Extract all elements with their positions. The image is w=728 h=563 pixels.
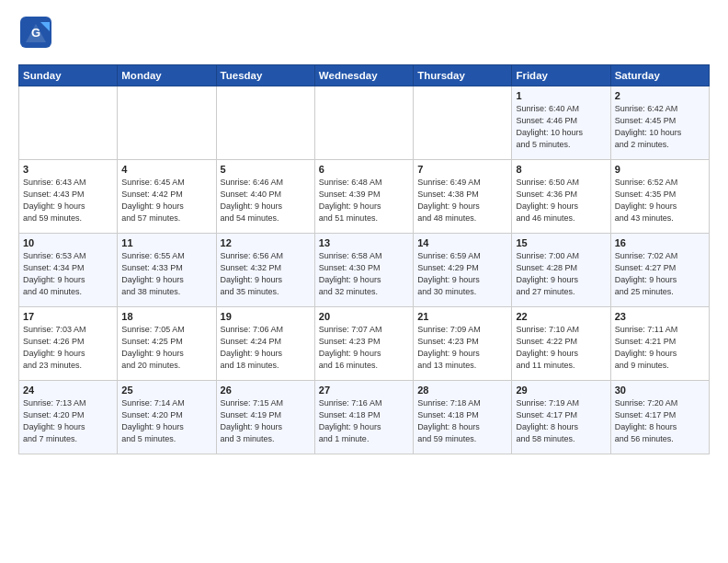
day-number: 6 [319, 164, 409, 175]
day-number: 5 [221, 164, 311, 175]
page-header: G [18, 15, 710, 53]
day-info: Sunrise: 7:09 AM Sunset: 4:23 PM Dayligh… [417, 324, 507, 372]
day-info: Sunrise: 7:00 AM Sunset: 4:28 PM Dayligh… [516, 250, 606, 298]
day-number: 22 [516, 311, 606, 322]
calendar-cell: 8Sunrise: 6:50 AM Sunset: 4:36 PM Daylig… [512, 160, 610, 234]
day-info: Sunrise: 7:11 AM Sunset: 4:21 PM Dayligh… [615, 324, 705, 372]
calendar-cell: 26Sunrise: 7:15 AM Sunset: 4:19 PM Dayli… [216, 381, 314, 454]
calendar-cell: 2Sunrise: 6:42 AM Sunset: 4:45 PM Daylig… [610, 86, 709, 160]
day-info: Sunrise: 6:40 AM Sunset: 4:46 PM Dayligh… [516, 103, 606, 151]
day-info: Sunrise: 7:05 AM Sunset: 4:25 PM Dayligh… [121, 324, 211, 372]
day-info: Sunrise: 7:02 AM Sunset: 4:27 PM Dayligh… [615, 250, 705, 298]
calendar-cell: 28Sunrise: 7:18 AM Sunset: 4:18 PM Dayli… [414, 381, 512, 454]
calendar-week-4: 17Sunrise: 7:03 AM Sunset: 4:26 PM Dayli… [19, 307, 710, 381]
calendar-week-3: 10Sunrise: 6:53 AM Sunset: 4:34 PM Dayli… [19, 234, 710, 307]
calendar-cell: 25Sunrise: 7:14 AM Sunset: 4:20 PM Dayli… [118, 381, 216, 454]
calendar-week-1: 1Sunrise: 6:40 AM Sunset: 4:46 PM Daylig… [19, 86, 710, 160]
calendar-cell [19, 86, 118, 160]
day-number: 2 [615, 90, 705, 101]
day-info: Sunrise: 7:15 AM Sunset: 4:19 PM Dayligh… [221, 397, 311, 445]
day-number: 13 [319, 237, 409, 248]
calendar-cell: 7Sunrise: 6:49 AM Sunset: 4:38 PM Daylig… [414, 160, 512, 234]
day-number: 17 [23, 311, 113, 322]
calendar-cell: 4Sunrise: 6:45 AM Sunset: 4:42 PM Daylig… [118, 160, 216, 234]
calendar-cell [216, 86, 314, 160]
calendar-body: 1Sunrise: 6:40 AM Sunset: 4:46 PM Daylig… [19, 86, 710, 454]
day-number: 27 [319, 385, 409, 396]
day-header-friday: Friday [512, 65, 610, 86]
calendar-cell: 22Sunrise: 7:10 AM Sunset: 4:22 PM Dayli… [512, 307, 610, 381]
day-info: Sunrise: 7:03 AM Sunset: 4:26 PM Dayligh… [23, 324, 113, 372]
calendar-cell [414, 86, 512, 160]
day-number: 28 [417, 385, 507, 396]
calendar-cell: 20Sunrise: 7:07 AM Sunset: 4:23 PM Dayli… [314, 307, 413, 381]
day-info: Sunrise: 7:19 AM Sunset: 4:17 PM Dayligh… [516, 397, 606, 445]
day-number: 16 [615, 237, 705, 248]
day-info: Sunrise: 6:45 AM Sunset: 4:42 PM Dayligh… [121, 177, 211, 224]
day-info: Sunrise: 7:14 AM Sunset: 4:20 PM Dayligh… [121, 397, 211, 445]
calendar-cell [314, 86, 413, 160]
calendar-cell [118, 86, 216, 160]
calendar-cell: 27Sunrise: 7:16 AM Sunset: 4:18 PM Dayli… [314, 381, 413, 454]
day-number: 23 [615, 311, 705, 322]
calendar-header-row: SundayMondayTuesdayWednesdayThursdayFrid… [19, 65, 710, 86]
calendar-cell: 18Sunrise: 7:05 AM Sunset: 4:25 PM Dayli… [118, 307, 216, 381]
calendar-cell: 12Sunrise: 6:56 AM Sunset: 4:32 PM Dayli… [216, 234, 314, 307]
calendar-cell: 16Sunrise: 7:02 AM Sunset: 4:27 PM Dayli… [610, 234, 709, 307]
day-info: Sunrise: 6:52 AM Sunset: 4:35 PM Dayligh… [615, 177, 705, 224]
day-number: 3 [23, 164, 113, 175]
calendar-cell: 1Sunrise: 6:40 AM Sunset: 4:46 PM Daylig… [512, 86, 610, 160]
day-number: 25 [121, 385, 211, 396]
day-info: Sunrise: 6:55 AM Sunset: 4:33 PM Dayligh… [121, 250, 211, 298]
day-info: Sunrise: 7:10 AM Sunset: 4:22 PM Dayligh… [516, 324, 606, 372]
svg-text:G: G [31, 26, 40, 40]
day-header-sunday: Sunday [19, 65, 118, 86]
calendar-cell: 10Sunrise: 6:53 AM Sunset: 4:34 PM Dayli… [19, 234, 118, 307]
day-number: 15 [516, 237, 606, 248]
calendar-cell: 11Sunrise: 6:55 AM Sunset: 4:33 PM Dayli… [118, 234, 216, 307]
day-info: Sunrise: 6:58 AM Sunset: 4:30 PM Dayligh… [319, 250, 409, 298]
calendar-week-2: 3Sunrise: 6:43 AM Sunset: 4:43 PM Daylig… [19, 160, 710, 234]
calendar-cell: 23Sunrise: 7:11 AM Sunset: 4:21 PM Dayli… [610, 307, 709, 381]
calendar-cell: 29Sunrise: 7:19 AM Sunset: 4:17 PM Dayli… [512, 381, 610, 454]
day-info: Sunrise: 6:42 AM Sunset: 4:45 PM Dayligh… [615, 103, 705, 151]
day-number: 7 [417, 164, 507, 175]
calendar-cell: 24Sunrise: 7:13 AM Sunset: 4:20 PM Dayli… [19, 381, 118, 454]
day-header-saturday: Saturday [610, 65, 709, 86]
logo-icon: G [18, 15, 53, 50]
day-header-wednesday: Wednesday [314, 65, 413, 86]
day-info: Sunrise: 6:46 AM Sunset: 4:40 PM Dayligh… [221, 177, 311, 224]
calendar-cell: 17Sunrise: 7:03 AM Sunset: 4:26 PM Dayli… [19, 307, 118, 381]
day-info: Sunrise: 6:48 AM Sunset: 4:39 PM Dayligh… [319, 177, 409, 224]
day-number: 20 [319, 311, 409, 322]
day-number: 11 [121, 237, 211, 248]
day-info: Sunrise: 6:56 AM Sunset: 4:32 PM Dayligh… [221, 250, 311, 298]
day-info: Sunrise: 6:53 AM Sunset: 4:34 PM Dayligh… [23, 250, 113, 298]
day-info: Sunrise: 7:18 AM Sunset: 4:18 PM Dayligh… [417, 397, 507, 445]
calendar-week-5: 24Sunrise: 7:13 AM Sunset: 4:20 PM Dayli… [19, 381, 710, 454]
day-info: Sunrise: 6:50 AM Sunset: 4:36 PM Dayligh… [516, 177, 606, 224]
day-number: 18 [121, 311, 211, 322]
calendar-cell: 15Sunrise: 7:00 AM Sunset: 4:28 PM Dayli… [512, 234, 610, 307]
calendar-cell: 13Sunrise: 6:58 AM Sunset: 4:30 PM Dayli… [314, 234, 413, 307]
day-number: 12 [221, 237, 311, 248]
day-number: 26 [221, 385, 311, 396]
day-number: 24 [23, 385, 113, 396]
calendar-cell: 21Sunrise: 7:09 AM Sunset: 4:23 PM Dayli… [414, 307, 512, 381]
day-info: Sunrise: 6:43 AM Sunset: 4:43 PM Dayligh… [23, 177, 113, 224]
day-header-monday: Monday [118, 65, 216, 86]
day-info: Sunrise: 7:20 AM Sunset: 4:17 PM Dayligh… [615, 397, 705, 445]
calendar-cell: 14Sunrise: 6:59 AM Sunset: 4:29 PM Dayli… [414, 234, 512, 307]
logo: G [18, 15, 57, 53]
day-number: 14 [417, 237, 507, 248]
calendar-cell: 6Sunrise: 6:48 AM Sunset: 4:39 PM Daylig… [314, 160, 413, 234]
day-number: 10 [23, 237, 113, 248]
day-info: Sunrise: 6:49 AM Sunset: 4:38 PM Dayligh… [417, 177, 507, 224]
calendar-cell: 30Sunrise: 7:20 AM Sunset: 4:17 PM Dayli… [610, 381, 709, 454]
day-number: 19 [221, 311, 311, 322]
day-info: Sunrise: 7:07 AM Sunset: 4:23 PM Dayligh… [319, 324, 409, 372]
calendar-cell: 19Sunrise: 7:06 AM Sunset: 4:24 PM Dayli… [216, 307, 314, 381]
day-info: Sunrise: 7:06 AM Sunset: 4:24 PM Dayligh… [221, 324, 311, 372]
day-header-tuesday: Tuesday [216, 65, 314, 86]
day-number: 29 [516, 385, 606, 396]
